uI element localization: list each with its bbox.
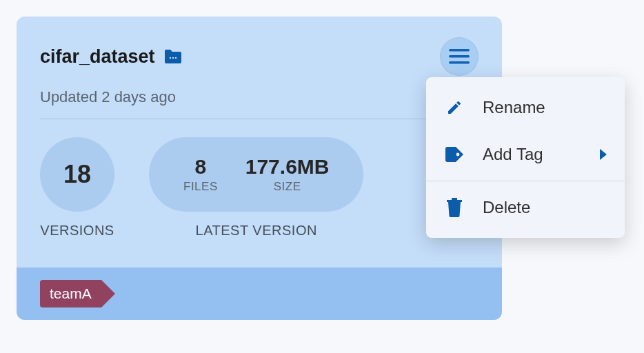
trash-icon: [444, 198, 465, 217]
svg-rect-5: [449, 61, 470, 64]
title-group: cifar_dataset: [40, 46, 183, 68]
size-stat: 177.6MB SIZE: [245, 155, 330, 194]
svg-point-0: [169, 57, 170, 59]
context-menu: Rename Add Tag Delete: [426, 77, 625, 238]
svg-point-6: [456, 153, 460, 157]
tag-chip[interactable]: teamA: [40, 280, 101, 307]
versions-label: VERSIONS: [40, 223, 114, 239]
latest-block: 8 FILES 177.6MB SIZE LATEST VERSION: [149, 137, 363, 239]
size-label: SIZE: [274, 180, 301, 194]
chevron-right-icon: [600, 145, 607, 164]
versions-circle[interactable]: 18: [40, 137, 114, 212]
dataset-title: cifar_dataset: [40, 46, 155, 68]
menu-divider: [426, 181, 625, 181]
menu-item-delete[interactable]: Delete: [426, 184, 625, 231]
tag-icon: [444, 147, 465, 162]
versions-count: 18: [63, 160, 91, 189]
menu-label-rename: Rename: [483, 98, 545, 117]
svg-rect-4: [449, 55, 470, 58]
versions-block: 18 VERSIONS: [40, 137, 114, 239]
files-value: 8: [195, 155, 207, 179]
header-row: cifar_dataset: [40, 37, 479, 76]
latest-label: LATEST VERSION: [196, 223, 317, 239]
size-value: 177.6MB: [245, 155, 330, 179]
folder-icon: [163, 48, 183, 65]
svg-point-1: [172, 57, 173, 59]
menu-item-add-tag[interactable]: Add Tag: [426, 131, 625, 178]
menu-item-rename[interactable]: Rename: [426, 84, 625, 131]
files-stat: 8 FILES: [183, 155, 218, 194]
latest-version-pill[interactable]: 8 FILES 177.6MB SIZE: [149, 137, 363, 212]
svg-point-2: [174, 57, 176, 59]
hamburger-icon: [449, 49, 470, 64]
pencil-icon: [444, 99, 465, 116]
menu-label-delete: Delete: [483, 198, 530, 217]
files-label: FILES: [183, 180, 218, 194]
tag-bar: teamA: [17, 268, 502, 320]
menu-label-add-tag: Add Tag: [483, 145, 543, 164]
updated-text: Updated 2 days ago: [40, 88, 479, 119]
menu-button[interactable]: [440, 37, 479, 76]
svg-rect-3: [449, 49, 470, 52]
stats-row: 18 VERSIONS 8 FILES 177.6MB SIZE LATEST …: [40, 137, 479, 239]
